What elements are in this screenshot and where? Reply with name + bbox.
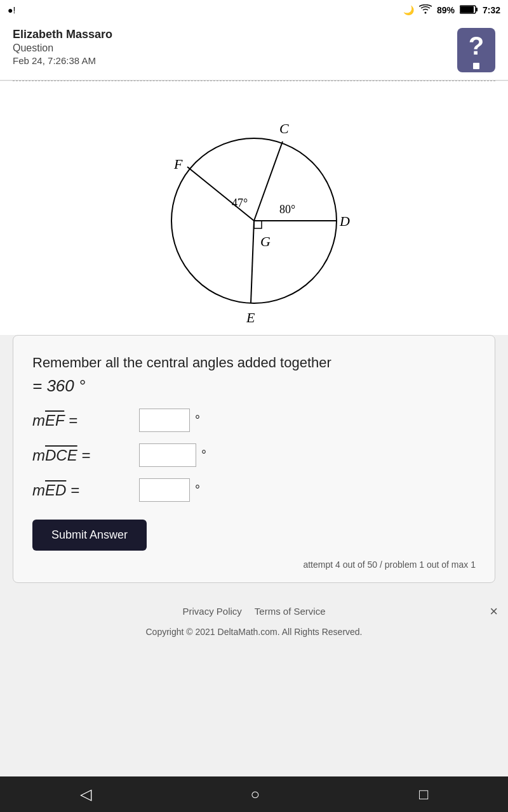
question-date: Feb 24, 7:26:38 AM [13,55,112,66]
svg-rect-2 [476,8,478,11]
copyright-text: Copyright © 2021 DeltaMath.com. All Righ… [0,627,508,645]
attempt-text: attempt 4 out of 50 / problem 1 out of m… [32,560,476,570]
terms-of-service-link[interactable]: Terms of Service [255,606,326,617]
help-button[interactable]: ? [457,28,495,72]
answer-card: Remember all the central angles added to… [13,335,495,583]
mef-input[interactable] [139,409,190,432]
navigation-bar: ◁ ○ □ [0,776,508,812]
svg-rect-3 [460,6,474,13]
mef-row: mEF = ° [32,409,476,432]
mdce-label: mDCE = [32,447,134,464]
med-row: mED = ° [32,478,476,502]
help-icon: ? [469,32,484,60]
label-c: C [279,121,289,136]
mdce-degree: ° [201,448,206,462]
label-f: F [173,156,183,172]
header-info: Elizabeth Massaro Question Feb 24, 7:26:… [13,28,112,66]
mdce-input[interactable] [139,443,196,467]
moon-icon: 🌙 [403,5,414,15]
app-icon: ●! [8,5,15,15]
med-input[interactable] [139,478,190,502]
hint-text: Remember all the central angles added to… [32,355,476,371]
battery-text: 89% [437,5,455,15]
mef-degree: ° [195,413,200,428]
label-d: D [339,213,350,229]
recent-apps-button[interactable]: □ [419,785,429,803]
time-display: 7:32 [483,5,500,15]
back-button[interactable]: ◁ [80,785,91,803]
home-button[interactable]: ○ [251,785,260,803]
label-g: G [260,233,271,249]
med-label: mED = [32,481,134,499]
mdce-row: mDCE = ° [32,443,476,467]
privacy-policy-link[interactable]: Privacy Policy [182,606,241,617]
diagram-area: C F D G E 47° 80° [0,81,508,335]
hint-equation: = 360 ° [32,376,476,396]
med-degree: ° [195,483,200,497]
header: Elizabeth Massaro Question Feb 24, 7:26:… [0,20,508,81]
angle-80: 80° [279,203,295,216]
svg-point-0 [424,11,426,13]
geometry-diagram: C F D G E 47° 80° [152,94,356,322]
angle-47: 47° [232,197,248,209]
question-type: Question [13,43,112,54]
label-e: E [246,310,255,322]
footer-links: Privacy Policy Terms of Service × [0,596,508,627]
wifi-icon [419,4,432,16]
battery-icon [460,5,478,16]
status-right: 🌙 89% 7:32 [403,4,500,16]
close-footer-button[interactable]: × [490,603,498,620]
user-name: Elizabeth Massaro [13,28,112,41]
status-bar: ●! 🌙 89% 7:32 [0,0,508,20]
mef-label: mEF = [32,412,134,429]
submit-button[interactable]: Submit Answer [32,520,147,551]
status-left: ●! [8,5,15,15]
